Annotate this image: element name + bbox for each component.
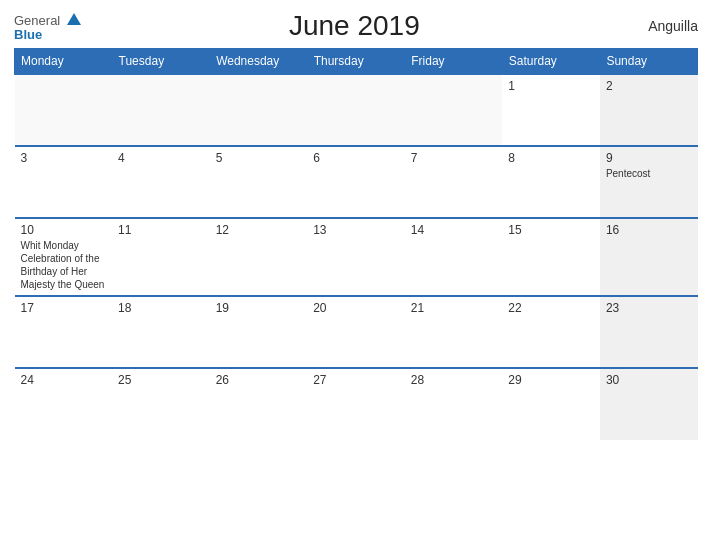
day-event: Pentecost: [606, 167, 692, 180]
logo: General Blue: [14, 12, 81, 41]
cell-w1-d4: [307, 74, 405, 146]
cell-w1-d1: [15, 74, 113, 146]
cell-w4-d1: 17: [15, 296, 113, 368]
cell-w4-d7: 23: [600, 296, 698, 368]
day-number: 28: [411, 373, 497, 387]
day-number: 25: [118, 373, 204, 387]
cell-w3-d7: 16: [600, 218, 698, 296]
logo-blue-text: Blue: [14, 28, 81, 41]
weekday-header-row: Monday Tuesday Wednesday Thursday Friday…: [15, 49, 698, 75]
day-number: 20: [313, 301, 399, 315]
calendar-title: June 2019: [81, 10, 628, 42]
day-number: 1: [508, 79, 594, 93]
day-number: 9: [606, 151, 692, 165]
cell-w3-d2: 11: [112, 218, 210, 296]
cell-w4-d4: 20: [307, 296, 405, 368]
cell-w1-d5: [405, 74, 503, 146]
week-row-3: 10Whit Monday Celebration of the Birthda…: [15, 218, 698, 296]
cell-w2-d6: 8: [502, 146, 600, 218]
cell-w2-d7: 9Pentecost: [600, 146, 698, 218]
day-event: Whit Monday Celebration of the Birthday …: [21, 239, 107, 291]
cell-w5-d7: 30: [600, 368, 698, 440]
day-number: 17: [21, 301, 107, 315]
week-row-4: 17181920212223: [15, 296, 698, 368]
cell-w4-d5: 21: [405, 296, 503, 368]
cell-w3-d3: 12: [210, 218, 308, 296]
header-friday: Friday: [405, 49, 503, 75]
day-number: 27: [313, 373, 399, 387]
day-number: 15: [508, 223, 594, 237]
day-number: 14: [411, 223, 497, 237]
day-number: 11: [118, 223, 204, 237]
day-number: 22: [508, 301, 594, 315]
calendar-table: Monday Tuesday Wednesday Thursday Friday…: [14, 48, 698, 440]
day-number: 19: [216, 301, 302, 315]
header-saturday: Saturday: [502, 49, 600, 75]
day-number: 10: [21, 223, 107, 237]
cell-w5-d5: 28: [405, 368, 503, 440]
header-tuesday: Tuesday: [112, 49, 210, 75]
day-number: 18: [118, 301, 204, 315]
cell-w2-d5: 7: [405, 146, 503, 218]
country-label: Anguilla: [628, 18, 698, 34]
header-wednesday: Wednesday: [210, 49, 308, 75]
day-number: 6: [313, 151, 399, 165]
week-row-5: 24252627282930: [15, 368, 698, 440]
day-number: 2: [606, 79, 692, 93]
day-number: 16: [606, 223, 692, 237]
cell-w3-d5: 14: [405, 218, 503, 296]
week-row-1: 12: [15, 74, 698, 146]
cell-w1-d6: 1: [502, 74, 600, 146]
cell-w1-d7: 2: [600, 74, 698, 146]
logo-top: General: [14, 12, 81, 28]
day-number: 13: [313, 223, 399, 237]
cell-w4-d2: 18: [112, 296, 210, 368]
cell-w2-d1: 3: [15, 146, 113, 218]
day-number: 12: [216, 223, 302, 237]
day-number: 5: [216, 151, 302, 165]
cell-w5-d3: 26: [210, 368, 308, 440]
cell-w3-d1: 10Whit Monday Celebration of the Birthda…: [15, 218, 113, 296]
cell-w4-d6: 22: [502, 296, 600, 368]
cell-w2-d4: 6: [307, 146, 405, 218]
cell-w5-d2: 25: [112, 368, 210, 440]
cell-w1-d2: [112, 74, 210, 146]
week-row-2: 3456789Pentecost: [15, 146, 698, 218]
calendar-page: General Blue June 2019 Anguilla Monday T…: [0, 0, 712, 550]
cell-w2-d2: 4: [112, 146, 210, 218]
cell-w5-d1: 24: [15, 368, 113, 440]
day-number: 7: [411, 151, 497, 165]
cell-w3-d4: 13: [307, 218, 405, 296]
day-number: 26: [216, 373, 302, 387]
logo-triangle-icon: [67, 13, 81, 25]
day-number: 21: [411, 301, 497, 315]
cell-w3-d6: 15: [502, 218, 600, 296]
cell-w5-d4: 27: [307, 368, 405, 440]
day-number: 24: [21, 373, 107, 387]
day-number: 3: [21, 151, 107, 165]
day-number: 23: [606, 301, 692, 315]
header-thursday: Thursday: [307, 49, 405, 75]
cell-w5-d6: 29: [502, 368, 600, 440]
logo-general-text: General: [14, 13, 60, 28]
day-number: 8: [508, 151, 594, 165]
header-sunday: Sunday: [600, 49, 698, 75]
day-number: 30: [606, 373, 692, 387]
cell-w1-d3: [210, 74, 308, 146]
header: General Blue June 2019 Anguilla: [14, 10, 698, 42]
day-number: 29: [508, 373, 594, 387]
cell-w2-d3: 5: [210, 146, 308, 218]
day-number: 4: [118, 151, 204, 165]
cell-w4-d3: 19: [210, 296, 308, 368]
header-monday: Monday: [15, 49, 113, 75]
